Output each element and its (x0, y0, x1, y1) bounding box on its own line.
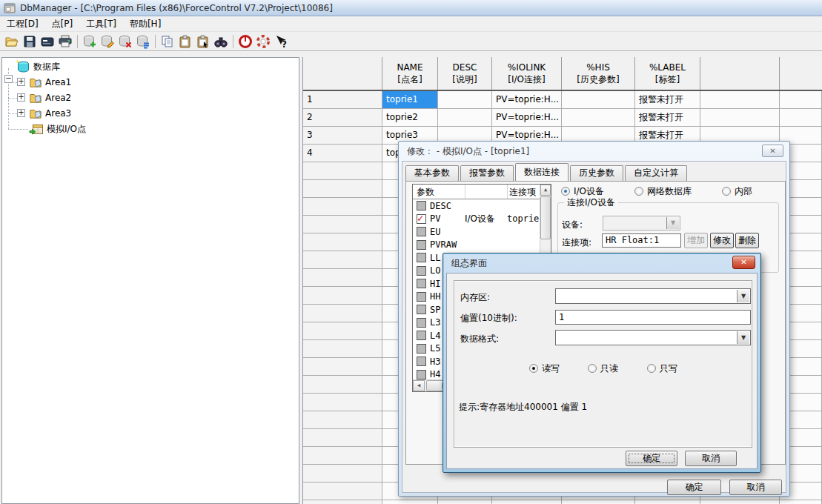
radio-write-only[interactable]: 只写 (647, 363, 677, 374)
grid-cell[interactable]: 1 (303, 91, 382, 109)
cancel-button[interactable]: 取消 (685, 451, 737, 466)
tree-node-analog-io[interactable]: 模拟I/O点 (29, 122, 86, 136)
grid-cell[interactable] (303, 322, 382, 340)
link-item-input[interactable]: HR Float:1 (602, 233, 681, 248)
offset-input[interactable]: 1 (555, 310, 751, 325)
param-row[interactable]: PVRAW (413, 239, 540, 252)
grid-cell[interactable] (780, 91, 822, 109)
grid-cell[interactable] (303, 500, 382, 504)
grid-cell[interactable]: PV=toprie:H... (492, 91, 562, 109)
db-add-button[interactable] (81, 33, 99, 50)
power-stop-button[interactable] (236, 33, 254, 50)
card-button[interactable] (39, 33, 56, 50)
tree-node-area2[interactable]: Area2 (29, 90, 71, 105)
param-checkbox[interactable] (417, 331, 426, 340)
tab-basic-params[interactable]: 基本参数 (405, 165, 459, 181)
tab-alarm-params[interactable]: 报警参数 (460, 165, 514, 181)
grid-cell[interactable] (303, 429, 382, 447)
radio-internal[interactable]: 内部 (722, 186, 752, 196)
grid-cell[interactable] (303, 305, 382, 322)
grid-cell[interactable]: 报警未打开 (635, 91, 700, 109)
tree-node-area3[interactable]: Area3 (29, 106, 71, 121)
life-ring-button[interactable] (254, 33, 272, 50)
grid-cell[interactable] (700, 109, 780, 127)
scroll-left-icon[interactable]: ◀ (413, 380, 425, 391)
param-checkbox[interactable] (417, 253, 426, 262)
grid-header-name[interactable]: NAME[点名] (382, 57, 438, 90)
grid-header-cell[interactable] (780, 57, 822, 90)
context-help-button[interactable]: ? (272, 33, 290, 50)
grid-cell[interactable] (303, 251, 382, 269)
copy-button[interactable] (159, 33, 176, 50)
grid-cell[interactable]: 3 (303, 127, 382, 145)
param-checkbox[interactable] (417, 201, 426, 210)
param-checkbox[interactable] (417, 305, 426, 314)
param-checkbox[interactable] (417, 344, 426, 354)
grid-header-cell[interactable] (700, 57, 780, 90)
tab-custom-calc[interactable]: 自定义计算 (625, 165, 687, 181)
grid-cell[interactable] (700, 500, 780, 504)
grid-cell[interactable]: 报警未打开 (635, 109, 700, 127)
modify-button[interactable]: 修改 (710, 233, 734, 248)
tree-node-area1[interactable]: Area1 (29, 75, 71, 90)
param-column-header[interactable]: 参数 (417, 186, 434, 199)
grid-cell[interactable] (492, 500, 562, 504)
param-checkbox[interactable] (417, 266, 426, 276)
grid-cell[interactable]: 4 (303, 145, 382, 162)
grid-cell[interactable] (303, 340, 382, 358)
paste-special-button[interactable] (194, 33, 212, 50)
grid-header-his[interactable]: %HIS[历史参数] (562, 57, 635, 90)
ok-button[interactable]: 确定 (667, 480, 721, 495)
ok-button[interactable]: 确定 (626, 451, 677, 466)
grid-cell[interactable] (562, 109, 635, 127)
delete-button[interactable]: 删除 (735, 233, 759, 248)
grid-cell[interactable] (303, 376, 382, 394)
radio-read-write[interactable]: 读写 (529, 363, 560, 374)
tree-collapse-box[interactable]: − (4, 75, 13, 83)
add-button[interactable]: 增加 (684, 233, 708, 248)
tree-expand-box[interactable]: + (17, 109, 25, 117)
param-checkbox[interactable] (417, 292, 426, 302)
grid-cell[interactable] (438, 109, 492, 127)
tree-expand-box[interactable]: + (17, 78, 25, 86)
grid-cell[interactable] (303, 180, 382, 198)
tree-expand-box[interactable]: + (17, 93, 25, 102)
grid-cell[interactable] (303, 411, 382, 429)
cancel-button[interactable]: 取消 (729, 480, 782, 495)
grid-cell[interactable] (303, 447, 382, 465)
radio-network-db[interactable]: 网络数据库 (634, 186, 692, 196)
db-edit-button[interactable] (99, 33, 116, 50)
paste-button[interactable] (176, 33, 194, 50)
open-folder-button[interactable] (3, 33, 21, 50)
grid-cell[interactable] (562, 500, 635, 504)
grid-header-desc[interactable]: DESC[说明] (438, 57, 492, 90)
data-format-combobox[interactable]: Float 单精度浮点数 ▼ (555, 330, 751, 345)
grid-cell[interactable] (635, 500, 700, 504)
close-icon[interactable]: ✕ (762, 145, 783, 157)
param-checkbox[interactable] (417, 279, 426, 288)
tab-history-params[interactable]: 历史参数 (570, 165, 623, 181)
grid-cell[interactable]: toprie1 (382, 91, 438, 109)
grid-cell[interactable] (562, 91, 635, 109)
scrollbar-thumb[interactable] (540, 196, 551, 239)
grid-cell[interactable] (438, 500, 492, 504)
memory-area-combobox[interactable]: HR 保持寄存器 ▼ (555, 288, 751, 304)
db-delete-button[interactable] (116, 33, 134, 50)
print-button[interactable] (56, 33, 74, 50)
grid-cell[interactable] (303, 394, 382, 411)
param-row[interactable]: EU (413, 225, 540, 239)
grid-cell[interactable] (382, 500, 438, 504)
grid-cell[interactable] (700, 91, 780, 109)
param-checkbox[interactable] (417, 357, 426, 366)
save-button[interactable] (21, 33, 39, 50)
grid-cell[interactable] (303, 358, 382, 376)
find-button[interactable] (212, 33, 230, 50)
grid-cell[interactable]: toprie2 (382, 109, 438, 127)
grid-header-label[interactable]: %LABEL[标签] (635, 57, 700, 90)
param-checkbox[interactable] (417, 318, 426, 328)
grid-header-cell[interactable] (303, 57, 382, 90)
menu-help[interactable]: 帮助[H] (123, 16, 168, 32)
radio-read-only[interactable]: 只读 (588, 363, 618, 374)
tree-node-database[interactable]: 数据库 (16, 59, 60, 74)
grid-cell[interactable] (303, 483, 382, 500)
